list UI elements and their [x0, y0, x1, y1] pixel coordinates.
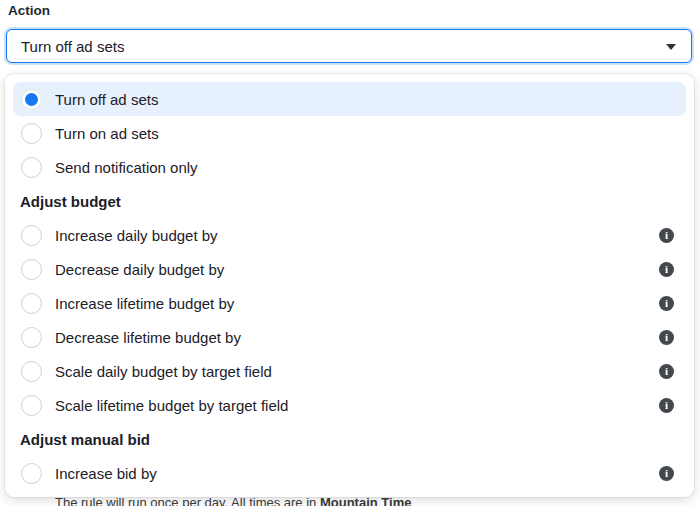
dropdown-option[interactable]: Turn off ad sets i	[13, 82, 686, 116]
dropdown-section-header-label: Adjust manual bid	[20, 431, 150, 448]
radio-button-icon[interactable]	[21, 259, 42, 280]
dropdown-list: Turn off ad sets i Turn on ad sets i Sen…	[13, 82, 686, 490]
dropdown-option-label: Increase bid by	[55, 465, 157, 482]
dropdown-option[interactable]: Decrease daily budget by i	[13, 252, 686, 286]
info-icon[interactable]: i	[659, 296, 674, 311]
dropdown-option[interactable]: Increase daily budget by i	[13, 218, 686, 252]
info-icon[interactable]: i	[659, 228, 674, 243]
action-dropdown-menu: Turn off ad sets i Turn on ad sets i Sen…	[5, 74, 694, 497]
radio-button-icon[interactable]	[21, 225, 42, 246]
info-icon[interactable]: i	[659, 466, 674, 481]
dropdown-option[interactable]: Turn on ad sets i	[13, 116, 686, 150]
info-icon[interactable]: i	[659, 398, 674, 413]
radio-button-icon[interactable]	[21, 293, 42, 314]
info-icon[interactable]: i	[659, 364, 674, 379]
action-select[interactable]: Turn off ad sets	[6, 29, 692, 63]
radio-button-icon[interactable]	[21, 361, 42, 382]
info-icon[interactable]: i	[659, 262, 674, 277]
radio-button-icon[interactable]	[21, 395, 42, 416]
radio-button-icon[interactable]	[21, 89, 42, 110]
dropdown-section-header-label: Adjust budget	[20, 193, 121, 210]
dropdown-option-label: Decrease lifetime budget by	[55, 329, 241, 346]
radio-button-icon[interactable]	[21, 123, 42, 144]
radio-button-icon[interactable]	[21, 463, 42, 484]
dropdown-option[interactable]: Scale lifetime budget by target field i	[13, 388, 686, 422]
dropdown-option-label: Increase lifetime budget by	[55, 295, 234, 312]
dropdown-option-label: Decrease daily budget by	[55, 261, 224, 278]
dropdown-section-header: Adjust budget	[13, 184, 686, 218]
dropdown-option[interactable]: Send notification only i	[13, 150, 686, 184]
dropdown-option-label: Scale lifetime budget by target field	[55, 397, 288, 414]
dropdown-option-label: Increase daily budget by	[55, 227, 218, 244]
dropdown-section-header: Adjust manual bid	[13, 422, 686, 456]
dropdown-option[interactable]: Decrease lifetime budget by i	[13, 320, 686, 354]
info-icon[interactable]: i	[659, 330, 674, 345]
radio-button-icon[interactable]	[21, 157, 42, 178]
radio-button-icon[interactable]	[21, 327, 42, 348]
dropdown-option-label: Scale daily budget by target field	[55, 363, 272, 380]
dropdown-option-label: Turn off ad sets	[55, 91, 158, 108]
action-field-label: Action	[8, 3, 50, 18]
dropdown-option[interactable]: Scale daily budget by target field i	[13, 354, 686, 388]
dropdown-option[interactable]: Increase lifetime budget by i	[13, 286, 686, 320]
dropdown-option[interactable]: Increase bid by i	[13, 456, 686, 490]
action-select-value: Turn off ad sets	[21, 38, 124, 55]
dropdown-option-label: Send notification only	[55, 159, 198, 176]
dropdown-option-label: Turn on ad sets	[55, 125, 159, 142]
chevron-down-icon	[666, 44, 676, 50]
